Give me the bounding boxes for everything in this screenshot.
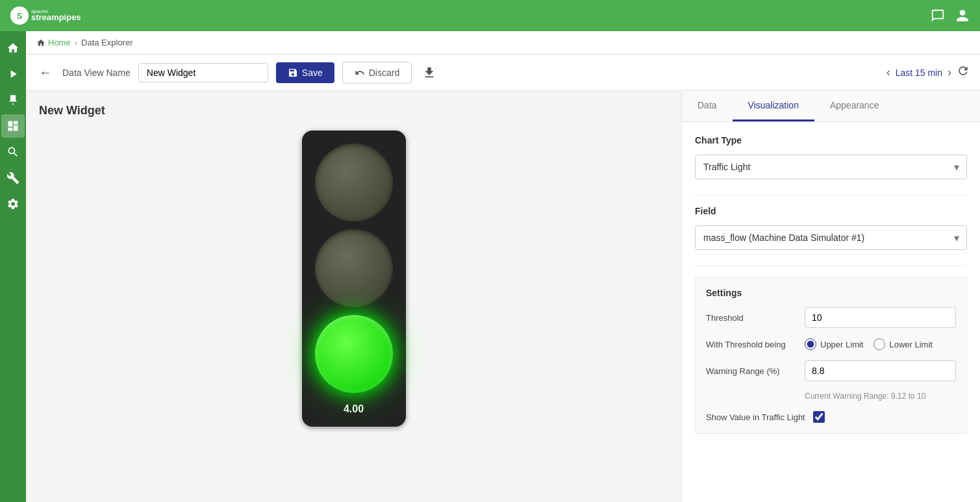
traffic-light-container: 4.00	[39, 131, 668, 427]
topbar-actions	[931, 8, 970, 23]
toolbar: ← Data View Name Save Discard ‹ Last 15 …	[26, 55, 980, 91]
sidebar-play[interactable]	[1, 62, 25, 86]
tab-data[interactable]: Data	[682, 91, 733, 121]
radio-group: Upper Limit Lower Limit	[805, 338, 933, 350]
threshold-being-label: With Threshold being	[706, 340, 797, 349]
yellow-light	[315, 229, 393, 307]
threshold-row: Threshold	[706, 307, 956, 328]
data-view-label: Data View Name	[62, 68, 131, 78]
breadcrumb-home[interactable]: Home	[48, 38, 71, 47]
show-value-label: Show Value in Traffic Light	[706, 412, 805, 422]
upper-limit-label: Upper Limit	[820, 340, 863, 349]
download-icon[interactable]	[422, 66, 436, 80]
lower-limit-radio[interactable]	[873, 338, 885, 350]
chart-type-title: Chart Type	[695, 135, 967, 145]
warning-range-row: Warning Range (%)	[706, 360, 956, 381]
green-light	[315, 315, 393, 393]
field-select-wrapper: mass_flow (Machine Data Simulator #1) ▾	[695, 225, 967, 250]
threshold-being-row: With Threshold being Upper Limit Lower L…	[706, 338, 956, 350]
field-title: Field	[695, 206, 967, 216]
time-prev-button[interactable]: ‹	[886, 66, 890, 79]
sidebar-home[interactable]	[1, 36, 25, 60]
time-navigation: ‹ Last 15 min ›	[886, 64, 970, 81]
widget-name-input[interactable]	[138, 63, 268, 82]
widget-area: New Widget 4.00	[26, 91, 681, 502]
warning-range-input[interactable]	[805, 360, 956, 381]
discard-label: Discard	[369, 68, 399, 78]
breadcrumb-separator: ›	[75, 38, 77, 47]
panel-tabs: Data Visualization Appearance	[682, 91, 980, 122]
sidebar-settings[interactable]	[1, 192, 25, 216]
lower-limit-label: Lower Limit	[889, 340, 932, 349]
save-icon	[288, 68, 298, 78]
divider-1	[695, 195, 967, 195]
topbar: S apache streampipes	[0, 0, 980, 31]
svg-text:streampipes: streampipes	[31, 12, 81, 22]
back-button[interactable]: ←	[36, 62, 55, 82]
time-range-label: Last 15 min	[896, 68, 942, 78]
refresh-button[interactable]	[957, 64, 970, 81]
discard-icon	[355, 68, 365, 78]
red-light	[315, 144, 393, 221]
warning-range-label: Warning Range (%)	[706, 366, 797, 376]
chart-type-select-wrapper: Traffic Light Line Chart Bar Chart Gauge…	[695, 155, 967, 179]
traffic-value: 4.00	[344, 401, 364, 420]
logo: S apache streampipes	[10, 6, 82, 25]
lower-limit-option[interactable]: Lower Limit	[873, 338, 932, 350]
upper-limit-option[interactable]: Upper Limit	[805, 338, 863, 350]
field-select[interactable]: mass_flow (Machine Data Simulator #1)	[695, 225, 967, 250]
sidebar-search[interactable]	[1, 140, 25, 164]
svg-text:S: S	[17, 11, 23, 21]
panel-content: Chart Type Traffic Light Line Chart Bar …	[682, 122, 980, 502]
save-button[interactable]: Save	[276, 62, 334, 83]
sidebar-dashboard[interactable]	[1, 114, 25, 138]
widget-title: New Widget	[39, 104, 668, 118]
main-content: New Widget 4.00 Data Visualization Appea…	[26, 91, 980, 502]
time-next-button[interactable]: ›	[948, 66, 951, 79]
warning-hint: Current Warning Range: 9.12 to 10	[805, 392, 956, 401]
sidebar-pin[interactable]	[1, 88, 25, 112]
breadcrumb: Home › Data Explorer	[26, 31, 980, 55]
field-group: Field mass_flow (Machine Data Simulator …	[695, 206, 967, 250]
chat-icon[interactable]	[931, 8, 945, 23]
tab-appearance[interactable]: Appearance	[814, 91, 895, 121]
save-label: Save	[302, 68, 323, 78]
chart-type-group: Chart Type Traffic Light Line Chart Bar …	[695, 135, 967, 179]
logo-svg: S apache streampipes	[10, 6, 82, 25]
threshold-input[interactable]	[805, 307, 956, 328]
show-value-checkbox[interactable]	[813, 411, 825, 423]
discard-button[interactable]: Discard	[342, 62, 412, 84]
breadcrumb-current: Data Explorer	[81, 38, 132, 47]
traffic-light: 4.00	[302, 131, 406, 427]
upper-limit-radio[interactable]	[805, 338, 816, 350]
sidebar	[0, 31, 26, 502]
right-panel: Data Visualization Appearance Chart Type…	[681, 91, 980, 502]
show-value-checkbox-wrapper	[813, 411, 825, 423]
sidebar-tools[interactable]	[1, 166, 25, 190]
account-icon[interactable]	[955, 8, 970, 23]
show-value-row: Show Value in Traffic Light	[706, 411, 956, 423]
tab-visualization[interactable]: Visualization	[733, 91, 814, 121]
divider-2	[695, 266, 967, 266]
settings-section: Settings Threshold With Threshold being …	[695, 277, 967, 434]
threshold-label: Threshold	[706, 313, 797, 323]
chart-type-select[interactable]: Traffic Light Line Chart Bar Chart Gauge	[695, 155, 967, 179]
settings-title: Settings	[706, 288, 956, 298]
